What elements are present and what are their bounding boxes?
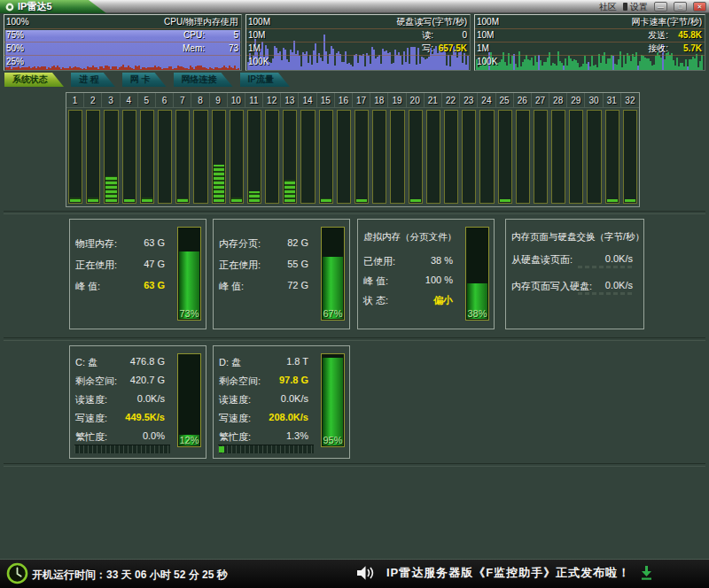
core-meter	[175, 110, 190, 204]
stat-label: 状 态:	[363, 294, 388, 307]
core-meter	[86, 110, 100, 204]
stat-label: 内存分页:	[219, 237, 261, 251]
memory-paging-panel: 内存分页:82 G正在使用:55 G峰 值:72 G67%	[213, 219, 350, 329]
busy-meter	[218, 445, 314, 453]
stat-value: 55 G	[287, 259, 308, 272]
core-meter-fill	[410, 199, 421, 202]
core-number: 22	[442, 93, 460, 108]
core-column: 20	[407, 93, 425, 206]
core-column: 2	[84, 93, 102, 206]
stat-label: 写速度:	[75, 412, 107, 425]
stat-label: 读速度:	[75, 393, 107, 406]
clock-icon	[6, 562, 28, 588]
graph-title: 网卡速率(字节/秒)	[632, 15, 702, 28]
stat-value: 1.3%	[286, 430, 308, 444]
stat-row: 正在使用:55 G	[219, 259, 308, 272]
close-button[interactable]: ✕	[693, 2, 706, 12]
panel-title: 内存页面与硬盘交换（字节/秒）	[511, 231, 636, 244]
stat-label: 读速度:	[219, 393, 251, 406]
scale-label: 25%	[6, 55, 24, 68]
core-meter	[479, 110, 494, 204]
tab-system-status[interactable]: 系统状态	[4, 73, 64, 87]
physical-memory-panel: 物理内存:63 G正在使用:47 G峰 值:63 G73%	[69, 219, 206, 329]
stat-label: 读:	[422, 30, 433, 40]
core-number: 21	[425, 93, 442, 108]
tab-4[interactable]: IP流量	[240, 73, 290, 87]
core-number: 24	[478, 93, 495, 108]
stat-row: 剩余空间:420.7 G	[75, 375, 165, 388]
core-column: 7	[174, 93, 191, 206]
tab-2[interactable]: 网 卡	[122, 73, 167, 87]
stat-row: 峰 值:63 G	[75, 280, 165, 293]
stat-label: 正在使用:	[75, 259, 117, 272]
core-meter-fill	[105, 176, 116, 202]
stat-label: 内存页面写入硬盘:	[511, 280, 592, 293]
core-number: 29	[567, 93, 585, 108]
stat-row: 已使用:38 %	[363, 255, 453, 268]
section-divider	[4, 211, 705, 214]
community-link[interactable]: 社区	[599, 1, 617, 13]
scale-label: 100%	[6, 15, 29, 28]
core-number: 10	[228, 93, 245, 108]
core-meter	[516, 110, 530, 204]
stat-value: 偏小	[433, 294, 453, 307]
stat-label: 繁忙度:	[219, 430, 251, 444]
vertical-meter: 73%	[177, 227, 201, 321]
core-number: 31	[604, 93, 621, 108]
core-column: 13	[281, 93, 299, 206]
core-meter-fill	[177, 198, 188, 202]
stat-label: 接收:	[648, 43, 668, 53]
core-number: 13	[281, 93, 299, 108]
core-meter	[193, 110, 207, 204]
core-number: 25	[496, 93, 514, 108]
stat-row: 内存分页:82 G	[219, 237, 308, 251]
core-number: 20	[407, 93, 425, 108]
uptime-value: 33 天 06 小时 52 分 25 秒	[106, 569, 228, 581]
core-meter	[337, 110, 351, 204]
stat-row: Mem:73	[164, 42, 238, 55]
settings-link[interactable]: 设置	[630, 1, 648, 13]
core-number: 28	[549, 93, 567, 108]
core-meter	[498, 110, 512, 204]
stat-value: 0.0K/s	[281, 393, 308, 406]
core-meter-fill	[500, 199, 510, 202]
core-column: 3	[102, 93, 120, 206]
stat-value: 0.0K/s	[605, 280, 633, 293]
stat-value: 208.0K/s	[269, 412, 308, 425]
tab-1[interactable]: 进 程	[71, 73, 115, 87]
stat-label: 峰 值:	[219, 280, 244, 293]
core-meter	[354, 110, 369, 204]
tab-3[interactable]: 网络连接	[174, 73, 233, 87]
core-number: 19	[388, 93, 406, 108]
scale-label: 75%	[6, 28, 24, 42]
stat-value: 420.7 G	[130, 375, 165, 388]
stat-value: 1.8 T	[286, 356, 308, 369]
core-meter	[230, 110, 244, 204]
core-column: 10	[228, 93, 245, 206]
stat-value: 5	[205, 28, 238, 42]
stat-row: 物理内存:63 G	[75, 237, 165, 251]
busy-meter-segment	[219, 446, 224, 453]
core-meter-fill	[356, 199, 367, 202]
meter-percent-label: 12%	[178, 435, 200, 445]
stat-label: Mem:	[183, 43, 205, 53]
meter-strip	[578, 266, 633, 268]
graph-spikes	[5, 65, 240, 70]
core-number: 23	[460, 93, 478, 108]
announcement-text[interactable]: IP雷达服务器版《F监控助手》正式发布啦！	[386, 565, 630, 581]
maximize-button[interactable]: □	[674, 2, 687, 12]
vertical-meter: 38%	[465, 227, 489, 321]
core-number: 18	[370, 93, 388, 108]
ip-radar-window: IP雷达5 社区 设置 — □ ✕ 100%75%50%25%CPU/物理内存使…	[0, 0, 709, 588]
cpu-memory-graph: 100%75%50%25%CPU/物理内存使用CPU:5Mem:73	[4, 14, 242, 71]
minimize-button[interactable]: —	[654, 2, 667, 12]
download-icon[interactable]	[641, 566, 652, 580]
core-meter	[623, 110, 637, 204]
gear-icon	[623, 3, 627, 11]
speaker-icon[interactable]	[356, 565, 376, 581]
grid-line	[4, 55, 241, 56]
stat-value: 72 G	[287, 280, 308, 293]
stat-value: 45.8K	[668, 28, 702, 42]
core-meter	[158, 110, 172, 204]
core-meter-fill	[88, 197, 98, 202]
